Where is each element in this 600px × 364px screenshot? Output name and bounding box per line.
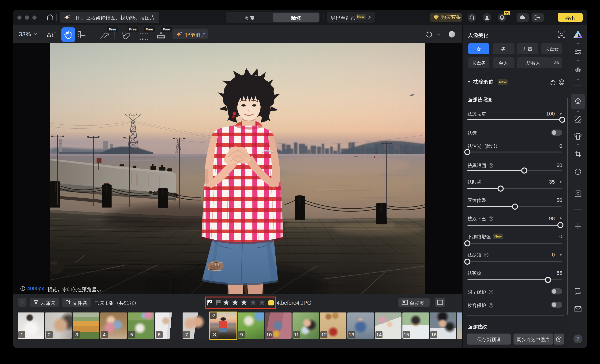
- svg-text:?: ?: [579, 291, 581, 295]
